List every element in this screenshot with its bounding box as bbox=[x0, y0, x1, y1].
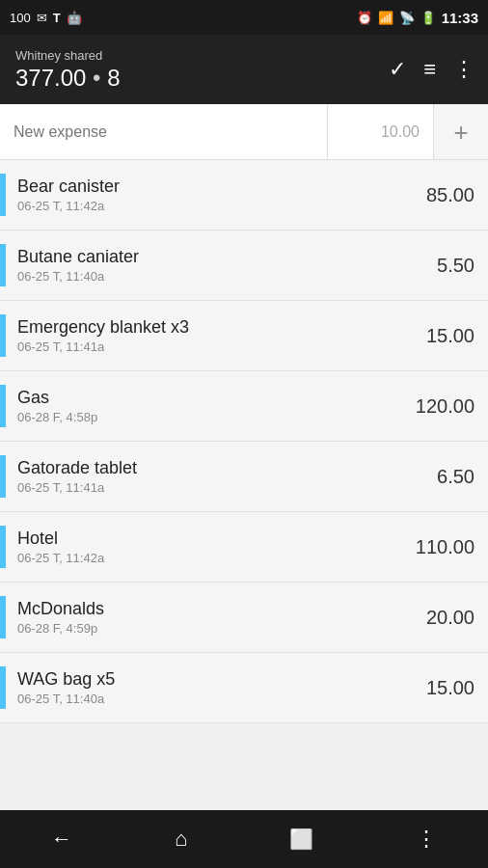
expense-date: 06-25 T, 11:41a bbox=[17, 339, 397, 354]
status-bar-right: ⏰ 📶 📡 🔋 11:33 bbox=[357, 10, 478, 26]
expense-list: Bear canister 06-25 T, 11:42a 85.00 Buta… bbox=[0, 160, 488, 810]
expense-name: Bear canister bbox=[17, 176, 397, 197]
expense-color-indicator bbox=[0, 244, 6, 286]
t-icon: T bbox=[53, 11, 61, 25]
check-icon[interactable]: ✓ bbox=[389, 57, 406, 82]
wifi-icon: 📶 bbox=[378, 11, 393, 25]
expense-item[interactable]: Hotel 06-25 T, 11:42a 110.00 bbox=[0, 512, 488, 583]
expense-color-indicator bbox=[0, 596, 6, 638]
expense-amount: 15.00 bbox=[397, 325, 474, 347]
expense-color-indicator bbox=[0, 455, 6, 498]
nav-more-button[interactable]: ⋮ bbox=[416, 827, 437, 852]
expense-item[interactable]: Emergency blanket x3 06-25 T, 11:41a 15.… bbox=[0, 301, 488, 371]
expense-info: Bear canister 06-25 T, 11:42a bbox=[17, 176, 397, 213]
battery-icon: 🔋 bbox=[420, 11, 436, 25]
action-bar-icons: ✓ ≡ ⋮ bbox=[389, 57, 474, 82]
expense-name: Butane caniater bbox=[17, 247, 397, 267]
expense-date: 06-28 F, 4:58p bbox=[17, 410, 397, 424]
expense-info: WAG bag x5 06-25 T, 11:40a bbox=[17, 669, 397, 706]
home-button[interactable]: ⌂ bbox=[175, 827, 187, 852]
expense-color-indicator bbox=[0, 385, 6, 427]
expense-info: Gatorade tablet 06-25 T, 11:41a bbox=[17, 458, 397, 495]
list-icon[interactable]: ≡ bbox=[423, 57, 436, 82]
expense-item[interactable]: McDonalds 06-28 F, 4:59p 20.00 bbox=[0, 583, 488, 653]
expense-date: 06-25 T, 11:40a bbox=[17, 692, 397, 706]
battery-indicator: 100 bbox=[10, 11, 31, 25]
mail-icon: ✉ bbox=[37, 11, 47, 25]
status-time: 11:33 bbox=[442, 10, 478, 26]
expense-name: Gatorade tablet bbox=[17, 458, 397, 478]
expense-amount: 110.00 bbox=[397, 536, 474, 558]
shared-by-label: Whitney shared bbox=[15, 48, 121, 63]
recents-button[interactable]: ⬜ bbox=[289, 827, 313, 851]
expense-color-indicator bbox=[0, 174, 6, 216]
new-expense-input[interactable] bbox=[0, 104, 328, 159]
expense-info: Gas 06-28 F, 4:58p bbox=[17, 388, 397, 424]
expense-amount: 20.00 bbox=[397, 607, 474, 629]
new-expense-row: + bbox=[0, 104, 488, 160]
expense-name: Emergency blanket x3 bbox=[17, 317, 397, 338]
signal-icon: 📡 bbox=[399, 11, 415, 25]
expense-date: 06-25 T, 11:40a bbox=[17, 269, 397, 284]
expense-info: McDonalds 06-28 F, 4:59p bbox=[17, 599, 397, 636]
expense-color-indicator bbox=[0, 666, 6, 709]
expense-amount: 6.50 bbox=[397, 466, 474, 488]
expense-item[interactable]: Bear canister 06-25 T, 11:42a 85.00 bbox=[0, 160, 488, 231]
expense-name: Hotel bbox=[17, 529, 397, 549]
expense-date: 06-28 F, 4:59p bbox=[17, 621, 397, 636]
android-icon: 🤖 bbox=[67, 11, 82, 25]
alarm-icon: ⏰ bbox=[357, 11, 372, 25]
total-amount: 377.00 • 8 bbox=[15, 65, 121, 92]
new-expense-amount-input[interactable] bbox=[328, 104, 434, 159]
expense-item[interactable]: Butane caniater 06-25 T, 11:40a 5.50 bbox=[0, 231, 488, 301]
add-expense-button[interactable]: + bbox=[434, 104, 488, 159]
expense-amount: 85.00 bbox=[397, 184, 474, 206]
expense-info: Emergency blanket x3 06-25 T, 11:41a bbox=[17, 317, 397, 354]
expense-amount: 15.00 bbox=[397, 677, 474, 699]
expense-color-indicator bbox=[0, 314, 6, 357]
expense-amount: 5.50 bbox=[397, 255, 474, 277]
plus-icon: + bbox=[453, 120, 468, 145]
bottom-nav: ← ⌂ ⬜ ⋮ bbox=[0, 810, 488, 868]
expense-date: 06-25 T, 11:42a bbox=[17, 199, 397, 213]
status-bar-left: 100 ✉ T 🤖 bbox=[10, 11, 82, 25]
expense-info: Butane caniater 06-25 T, 11:40a bbox=[17, 247, 397, 284]
status-bar: 100 ✉ T 🤖 ⏰ 📶 📡 🔋 11:33 bbox=[0, 0, 488, 35]
action-bar-title: Whitney shared 377.00 • 8 bbox=[15, 48, 121, 92]
expense-amount: 120.00 bbox=[397, 395, 474, 418]
expense-name: McDonalds bbox=[17, 599, 397, 619]
expense-name: Gas bbox=[17, 388, 397, 408]
expense-date: 06-25 T, 11:42a bbox=[17, 551, 397, 565]
expense-item[interactable]: WAG bag x5 06-25 T, 11:40a 15.00 bbox=[0, 653, 488, 723]
expense-date: 06-25 T, 11:41a bbox=[17, 480, 397, 495]
expense-color-indicator bbox=[0, 526, 6, 568]
back-button[interactable]: ← bbox=[51, 827, 72, 852]
expense-item[interactable]: Gatorade tablet 06-25 T, 11:41a 6.50 bbox=[0, 442, 488, 512]
expense-item[interactable]: Gas 06-28 F, 4:58p 120.00 bbox=[0, 371, 488, 442]
more-options-icon[interactable]: ⋮ bbox=[453, 57, 474, 82]
expense-info: Hotel 06-25 T, 11:42a bbox=[17, 529, 397, 565]
action-bar: Whitney shared 377.00 • 8 ✓ ≡ ⋮ bbox=[0, 35, 488, 104]
expense-name: WAG bag x5 bbox=[17, 669, 397, 690]
